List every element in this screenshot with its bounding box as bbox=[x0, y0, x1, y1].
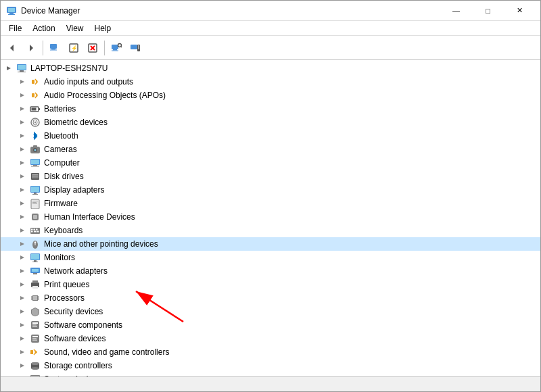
tree-item[interactable]: Display adapters bbox=[1, 183, 540, 197]
item-expander[interactable] bbox=[17, 157, 28, 168]
item-expander[interactable] bbox=[17, 90, 28, 101]
menu-file[interactable]: File bbox=[3, 22, 27, 34]
menu-help[interactable]: Help bbox=[89, 22, 117, 34]
forward-button[interactable] bbox=[22, 39, 40, 57]
svg-rect-51 bbox=[31, 166, 39, 167]
item-expander[interactable] bbox=[17, 279, 28, 290]
svg-marker-31 bbox=[20, 93, 24, 97]
item-label: Network adapters bbox=[44, 266, 108, 276]
tree-item[interactable]: Network adapters bbox=[1, 264, 540, 278]
item-expander[interactable] bbox=[17, 293, 28, 303]
tree-item[interactable]: Monitors bbox=[1, 251, 540, 264]
item-expander[interactable] bbox=[17, 306, 28, 317]
tree-item[interactable]: Firmware bbox=[1, 197, 540, 210]
tree-item[interactable]: Human Interface Devices bbox=[1, 210, 540, 224]
minimize-button[interactable]: — bbox=[441, 1, 471, 21]
tree-item[interactable]: Disk drives bbox=[1, 170, 540, 183]
root-expander[interactable] bbox=[3, 63, 14, 74]
svg-rect-16 bbox=[112, 50, 118, 51]
item-expander[interactable] bbox=[17, 103, 28, 114]
item-icon-software bbox=[30, 333, 41, 344]
tree-item[interactable]: Biometric devices bbox=[1, 116, 540, 129]
svg-marker-5 bbox=[30, 45, 33, 51]
uninstall-button[interactable] bbox=[84, 39, 101, 57]
item-icon-security bbox=[30, 306, 41, 317]
tree-item[interactable]: Print queues bbox=[1, 278, 540, 291]
tree-item[interactable]: Storage controllers bbox=[1, 359, 540, 372]
item-label: Software devices bbox=[44, 334, 105, 343]
tree-children: Audio inputs and outputsAudio Processing… bbox=[1, 75, 540, 376]
item-expander[interactable] bbox=[17, 252, 28, 263]
item-icon-disk bbox=[30, 171, 41, 182]
item-icon-software bbox=[30, 320, 41, 330]
item-label: Cameras bbox=[44, 145, 77, 154]
svg-rect-32 bbox=[32, 93, 34, 97]
svg-rect-124 bbox=[31, 376, 39, 376]
item-expander[interactable] bbox=[17, 360, 28, 371]
item-expander[interactable] bbox=[17, 333, 28, 344]
svg-marker-70 bbox=[20, 228, 24, 232]
item-expander[interactable] bbox=[17, 144, 28, 155]
update-driver-button[interactable]: ⚡ bbox=[65, 39, 83, 57]
tree-item[interactable]: Audio inputs and outputs bbox=[1, 75, 540, 89]
item-label: Firmware bbox=[44, 199, 78, 208]
item-expander[interactable] bbox=[17, 212, 28, 222]
svg-marker-117 bbox=[20, 364, 24, 368]
tree-item[interactable]: Processors bbox=[1, 291, 540, 305]
item-expander[interactable] bbox=[17, 225, 28, 236]
tree-item[interactable]: Batteries bbox=[1, 102, 540, 116]
menu-view[interactable]: View bbox=[61, 22, 89, 34]
tree-item[interactable]: Bluetooth bbox=[1, 129, 540, 143]
item-expander[interactable] bbox=[17, 130, 28, 141]
svg-marker-24 bbox=[7, 66, 11, 70]
menu-action[interactable]: Action bbox=[27, 22, 60, 34]
item-expander[interactable] bbox=[17, 117, 28, 128]
svg-rect-55 bbox=[32, 174, 38, 175]
item-expander[interactable] bbox=[17, 320, 28, 330]
properties-button[interactable] bbox=[126, 39, 144, 57]
tree-item[interactable]: Keyboards bbox=[1, 224, 540, 237]
svg-rect-64 bbox=[32, 201, 38, 201]
svg-marker-87 bbox=[20, 269, 24, 273]
tree-item[interactable]: Cameras bbox=[1, 143, 540, 156]
item-label: Bluetooth bbox=[44, 131, 78, 141]
tree-root[interactable]: LAPTOP-ESH2SN7U bbox=[1, 62, 540, 75]
device-tree-container[interactable]: LAPTOP-ESH2SN7U Audio inputs and outputs… bbox=[1, 60, 540, 376]
item-expander[interactable] bbox=[17, 266, 28, 276]
tree-item[interactable]: Security devices bbox=[1, 305, 540, 318]
tree-item[interactable]: Sound, video and game controllers bbox=[1, 345, 540, 359]
item-expander[interactable] bbox=[17, 76, 28, 87]
scan-button[interactable] bbox=[108, 39, 125, 57]
tree-item[interactable]: Software components bbox=[1, 318, 540, 332]
back-button[interactable] bbox=[3, 39, 21, 57]
tree-item[interactable]: Computer bbox=[1, 156, 540, 170]
tree-item[interactable]: Mice and other pointing devices bbox=[1, 237, 540, 251]
svg-rect-46 bbox=[33, 145, 37, 147]
svg-rect-19 bbox=[131, 45, 137, 49]
svg-rect-65 bbox=[32, 202, 37, 203]
item-label: Keyboards bbox=[44, 226, 83, 235]
svg-rect-7 bbox=[51, 49, 55, 50]
root-icon bbox=[16, 63, 27, 74]
item-expander[interactable] bbox=[17, 374, 28, 376]
show-devices-button[interactable] bbox=[46, 39, 64, 57]
svg-marker-110 bbox=[20, 337, 24, 341]
item-expander[interactable] bbox=[17, 185, 28, 195]
item-expander[interactable] bbox=[17, 198, 28, 209]
window-title: Device Manager bbox=[21, 6, 80, 16]
tree-item[interactable]: System devices bbox=[1, 372, 540, 376]
svg-rect-3 bbox=[8, 14, 15, 15]
close-button[interactable]: ✕ bbox=[504, 1, 535, 21]
item-label: Disk drives bbox=[44, 172, 84, 181]
item-expander[interactable] bbox=[17, 347, 28, 358]
maximize-button[interactable]: □ bbox=[473, 1, 503, 21]
tree-item[interactable]: Audio Processing Objects (APOs) bbox=[1, 89, 540, 102]
item-expander[interactable] bbox=[17, 239, 28, 249]
tree-item[interactable]: Software devices bbox=[1, 332, 540, 345]
svg-rect-94 bbox=[32, 286, 38, 289]
item-expander[interactable] bbox=[17, 171, 28, 182]
svg-point-121 bbox=[31, 362, 39, 365]
svg-rect-116 bbox=[30, 350, 33, 354]
svg-marker-91 bbox=[20, 283, 24, 287]
item-label: Software components bbox=[44, 320, 122, 330]
